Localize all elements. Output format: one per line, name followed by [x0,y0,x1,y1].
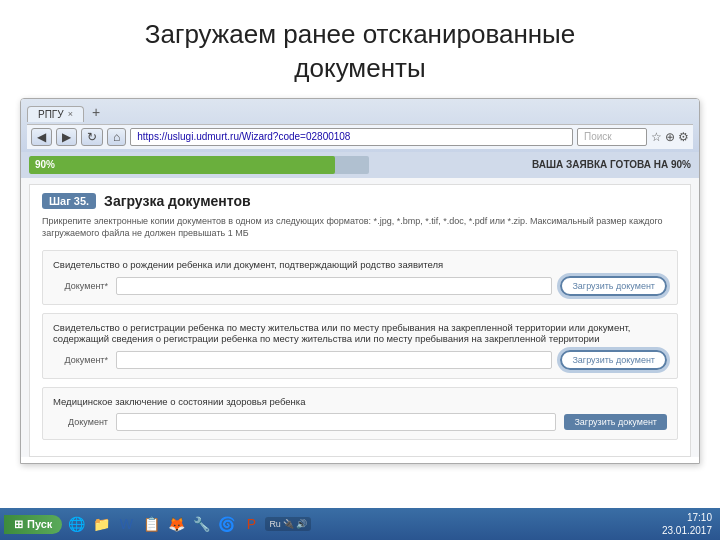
browser-tabs: РПГУ × + [27,102,693,122]
title-line1: Загружаем ранее отсканированные [145,19,576,49]
document-section-3: Медицинское заключение о состоянии здоро… [42,387,678,440]
taskbar-chrome-icon[interactable]: 🌀 [215,513,237,535]
taskbar-powerpoint-icon[interactable]: P [240,513,262,535]
step-instructions: Прикрепите электронные копии документов … [42,215,678,240]
progress-bar-inner: 90% [29,156,335,174]
refresh-button[interactable]: ↻ [81,128,103,146]
search-box[interactable]: Поиск [577,128,647,146]
taskbar-icon4[interactable]: 📋 [140,513,162,535]
back-button[interactable]: ◀ [31,128,52,146]
taskbar-ie-icon[interactable]: 🌐 [65,513,87,535]
step-title: Загрузка документов [104,193,250,209]
toolbar-icons: ☆ ⊕ ⚙ [651,130,689,144]
browser-tab-rpgu[interactable]: РПГУ × [27,106,84,122]
taskbar: ⊞ Пуск 🌐 📁 W 📋 🦊 🔧 🌀 P Ru 🔌 🔊 17:10 23.0… [0,508,720,540]
slide-title: Загружаем ранее отсканированные документ… [0,0,720,98]
step-badge: Шаг 35. [42,193,96,209]
taskbar-firefox-icon[interactable]: 🦊 [165,513,187,535]
progress-area: 90% ВАША ЗАЯВКА ГОТОВА НА 90% [21,152,699,178]
taskbar-explorer-icon[interactable]: 📁 [90,513,112,535]
page-content: 90% ВАША ЗАЯВКА ГОТОВА НА 90% Шаг 35. За… [21,152,699,457]
progress-percent: 90% [35,159,55,170]
doc-row-3: Документ Загрузить документ [53,413,667,431]
doc-input-2[interactable] [116,351,552,369]
bookmark-icon[interactable]: ⊕ [665,130,675,144]
title-line2: документы [294,53,425,83]
new-tab-button[interactable]: + [84,102,108,122]
forward-button[interactable]: ▶ [56,128,77,146]
doc-label-1: Документ* [53,281,108,291]
settings-icon[interactable]: ⚙ [678,130,689,144]
lang-indicator: Ru [269,519,281,529]
step-header: Шаг 35. Загрузка документов [42,193,678,209]
doc-label-2: Документ* [53,355,108,365]
clock-time: 17:10 [662,511,712,524]
progress-bar-outer: 90% [29,156,369,174]
upload-btn-3[interactable]: Загрузить документ [564,414,667,430]
doc-input-1[interactable] [116,277,552,295]
volume-icon: 🔊 [296,519,307,529]
doc-row-1: Документ* Загрузить документ [53,276,667,296]
address-bar[interactable]: https://uslugi.udmurt.ru/Wizard?code=028… [130,128,573,146]
windows-icon: ⊞ [14,518,23,531]
start-label: Пуск [27,518,52,530]
doc-title-3: Медицинское заключение о состоянии здоро… [53,396,667,407]
upload-btn-2[interactable]: Загрузить документ [560,350,667,370]
tab-label: РПГУ [38,109,64,120]
taskbar-word-icon[interactable]: W [115,513,137,535]
taskbar-clock: 17:10 23.01.2017 [662,511,716,537]
browser-toolbar: ◀ ▶ ↻ ⌂ https://uslugi.udmurt.ru/Wizard?… [27,124,693,149]
network-icon: 🔌 [283,519,294,529]
doc-row-2: Документ* Загрузить документ [53,350,667,370]
browser-window: РПГУ × + ◀ ▶ ↻ ⌂ https://uslugi.udmurt.r… [20,98,700,464]
clock-date: 23.01.2017 [662,524,712,537]
upload-btn-1[interactable]: Загрузить документ [560,276,667,296]
taskbar-icon6[interactable]: 🔧 [190,513,212,535]
doc-label-3: Документ [53,417,108,427]
doc-input-3[interactable] [116,413,556,431]
tab-close-icon[interactable]: × [68,109,73,119]
doc-title-2: Свидетельство о регистрации ребенка по м… [53,322,667,344]
address-text: https://uslugi.udmurt.ru/Wizard?code=028… [137,131,350,142]
star-icon[interactable]: ☆ [651,130,662,144]
form-area: Шаг 35. Загрузка документов Прикрепите э… [29,184,691,457]
progress-label: ВАША ЗАЯВКА ГОТОВА НА 90% [532,159,691,170]
taskbar-sys-tray: Ru 🔌 🔊 [265,517,311,531]
start-button[interactable]: ⊞ Пуск [4,515,62,534]
document-section-2: Свидетельство о регистрации ребенка по м… [42,313,678,379]
home-button[interactable]: ⌂ [107,128,126,146]
search-placeholder: Поиск [584,131,612,142]
document-section-1: Свидетельство о рождении ребенка или док… [42,250,678,305]
browser-chrome: РПГУ × + ◀ ▶ ↻ ⌂ https://uslugi.udmurt.r… [21,99,699,152]
doc-title-1: Свидетельство о рождении ребенка или док… [53,259,667,270]
